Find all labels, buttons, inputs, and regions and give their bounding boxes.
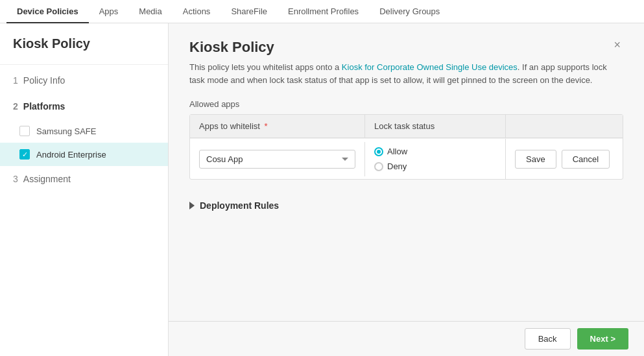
step-num-3: 3 [13,174,18,184]
android-enterprise-checkbox[interactable] [19,149,30,160]
android-enterprise-label: Android Enterprise [36,150,106,160]
sidebar-step-policy-info[interactable]: 1 Policy Info [0,67,168,93]
sidebar-step-assignment[interactable]: 3 Assignment [0,166,168,192]
nav-sharefile[interactable]: ShareFile [221,0,278,23]
step-num-2: 2 [13,101,18,112]
lock-status-radio-group: Allow Deny [374,147,496,171]
nav-apps[interactable]: Apps [89,0,129,23]
app-select-cell: Cosu App [190,142,365,176]
col-header-actions [506,115,623,137]
nav-device-policies[interactable]: Device Policies [6,0,89,23]
radio-deny-circle[interactable] [374,162,383,171]
sidebar: Kiosk Policy 1 Policy Info 2 Platforms S… [0,23,169,356]
dropdown-arrow-icon [342,158,348,161]
section-label: Allowed apps [189,99,623,109]
required-asterisk: * [265,121,268,131]
lock-status-cell: Allow Deny [365,139,506,179]
nav-delivery-groups[interactable]: Delivery Groups [369,0,450,23]
step-label-2: Platforms [23,101,66,112]
step-label-3: Assignment [23,174,71,184]
nav-media[interactable]: Media [128,0,172,23]
top-navigation: Device Policies Apps Media Actions Share… [0,0,644,23]
nav-actions[interactable]: Actions [173,0,221,23]
next-button[interactable]: Next > [577,328,628,350]
step-label-1: Policy Info [23,75,66,86]
samsung-safe-checkbox[interactable] [19,126,30,136]
sidebar-title: Kiosk Policy [0,23,168,62]
save-button[interactable]: Save [515,150,556,169]
cancel-button[interactable]: Cancel [562,150,610,169]
col-header-apps: Apps to whitelist * [190,115,365,137]
kiosk-link[interactable]: Kiosk for Corporate Owned Single Use dev… [342,62,518,72]
samsung-safe-label: Samsung SAFE [36,126,97,136]
nav-enrollment-profiles[interactable]: Enrollment Profiles [278,0,369,23]
content-header: Kiosk Policy × [189,39,623,56]
table-header: Apps to whitelist * Lock task status [190,115,623,138]
main-layout: Kiosk Policy 1 Policy Info 2 Platforms S… [0,23,644,356]
deployment-rules-label: Deployment Rules [200,200,279,211]
content-area: Kiosk Policy × This policy lets you whit… [169,23,644,356]
radio-allow[interactable]: Allow [374,147,496,156]
content-description: This policy lets you whitelist apps onto… [189,61,623,86]
allowed-apps-table: Apps to whitelist * Lock task status Cos… [189,114,623,180]
radio-allow-label: Allow [387,147,407,156]
radio-deny-label: Deny [387,161,407,171]
back-button[interactable]: Back [525,328,571,350]
radio-allow-circle[interactable] [374,147,383,156]
app-dropdown-value: Cosu App [206,154,243,164]
sidebar-subitem-android-enterprise[interactable]: Android Enterprise [0,143,168,166]
sidebar-step-platforms[interactable]: 2 Platforms [0,93,168,119]
content-title: Kiosk Policy [189,39,274,56]
col-header-lock: Lock task status [365,115,506,137]
step-num-1: 1 [13,75,18,86]
triangle-icon [189,202,195,209]
divider [0,64,168,65]
row-actions-cell: Save Cancel [506,142,623,176]
close-button[interactable]: × [611,39,623,51]
bottom-bar: Back Next > [169,321,644,356]
deployment-rules-section[interactable]: Deployment Rules [189,195,623,216]
table-row: Cosu App Allow Deny [190,138,623,179]
radio-deny[interactable]: Deny [374,161,496,171]
app-dropdown[interactable]: Cosu App [199,150,355,169]
sidebar-subitem-samsung-safe[interactable]: Samsung SAFE [0,119,168,143]
